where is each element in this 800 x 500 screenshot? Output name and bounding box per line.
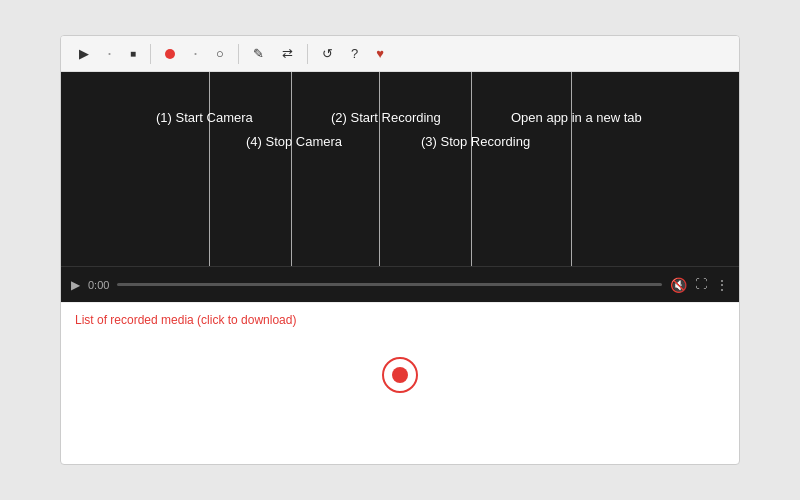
vc-time: 0:00 — [88, 279, 109, 291]
vc-fullscreen-icon[interactable]: ⛶ — [695, 277, 707, 293]
heart-button[interactable]: ♥ — [368, 42, 392, 65]
dot2-button[interactable]: · — [185, 39, 206, 68]
annotations-overlay: (1) Start Camera (4) Stop Camera (2) Sta… — [61, 72, 739, 266]
vc-more-icon[interactable]: ⋮ — [715, 277, 729, 293]
record-indicator — [75, 337, 725, 413]
line-start-camera — [209, 72, 210, 266]
line-stop-camera — [291, 72, 292, 266]
label-stop-recording: (3) Stop Recording — [421, 134, 530, 149]
toolbar: ▶ · ■ · ○ ✎ ⇄ ↺ ? ♥ — [61, 36, 739, 72]
dot-button[interactable]: · — [99, 39, 120, 68]
stop-button[interactable]: ■ — [122, 44, 144, 63]
refresh-button[interactable]: ↺ — [314, 42, 341, 65]
label-stop-camera: (4) Stop Camera — [246, 134, 342, 149]
video-area: (1) Start Camera (4) Stop Camera (2) Sta… — [61, 72, 739, 302]
record-circle-icon — [382, 357, 418, 393]
vc-play-icon[interactable]: ▶ — [71, 278, 80, 292]
vc-icon-group: 🔇 ⛶ ⋮ — [670, 277, 729, 293]
divider-3 — [307, 44, 308, 64]
play-button[interactable]: ▶ — [71, 42, 97, 65]
record-dot-icon — [165, 49, 175, 59]
main-container: ▶ · ■ · ○ ✎ ⇄ ↺ ? ♥ (1) Start Camera (4)… — [60, 35, 740, 465]
line-stop-recording — [471, 72, 472, 266]
record-button[interactable] — [157, 45, 183, 63]
line-open-app — [571, 72, 572, 266]
label-start-camera: (1) Start Camera — [156, 110, 253, 125]
vc-volume-icon[interactable]: 🔇 — [670, 277, 687, 293]
record-dot-inner-icon — [392, 367, 408, 383]
divider-2 — [238, 44, 239, 64]
divider-1 — [150, 44, 151, 64]
circle-button[interactable]: ○ — [208, 42, 232, 65]
list-area: List of recorded media (click to downloa… — [61, 302, 739, 423]
list-label: List of recorded media (click to downloa… — [75, 313, 725, 327]
label-open-app: Open app in a new tab — [511, 110, 642, 125]
label-start-recording: (2) Start Recording — [331, 110, 441, 125]
arrows-button[interactable]: ⇄ — [274, 42, 301, 65]
video-controls: ▶ 0:00 🔇 ⛶ ⋮ — [61, 266, 739, 302]
vc-progress-bar[interactable] — [117, 283, 662, 286]
line-start-recording — [379, 72, 380, 266]
edit-button[interactable]: ✎ — [245, 42, 272, 65]
help-button[interactable]: ? — [343, 42, 366, 65]
